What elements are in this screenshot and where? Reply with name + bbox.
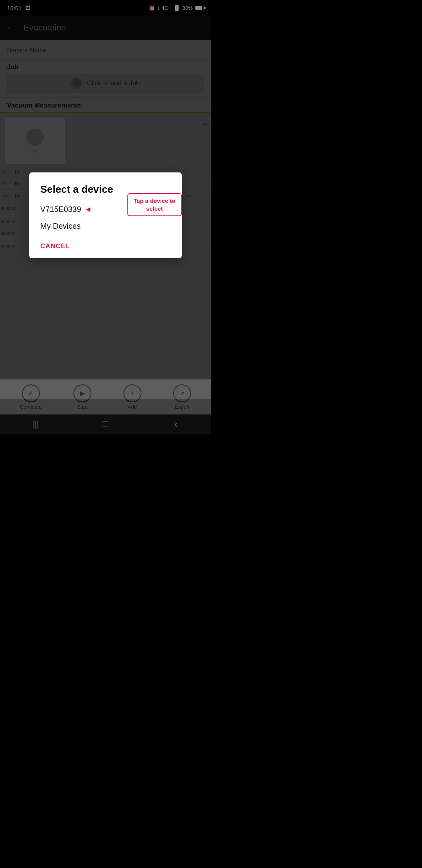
cancel-button[interactable]: CANCEL: [40, 242, 70, 250]
device-name-v715[interactable]: V715E0339: [40, 205, 81, 214]
device-item-my-devices[interactable]: My Devices: [40, 222, 171, 231]
annotation-bubble: Tap a device toselect: [127, 193, 182, 216]
device-item-v715[interactable]: V715E0339 ◄ Tap a device toselect: [40, 205, 171, 214]
my-devices-label: My Devices: [40, 222, 80, 230]
dialog-arrow-icon: ◄: [84, 205, 92, 214]
select-device-dialog: Select a device V715E0339 ◄ Tap a device…: [29, 172, 182, 258]
